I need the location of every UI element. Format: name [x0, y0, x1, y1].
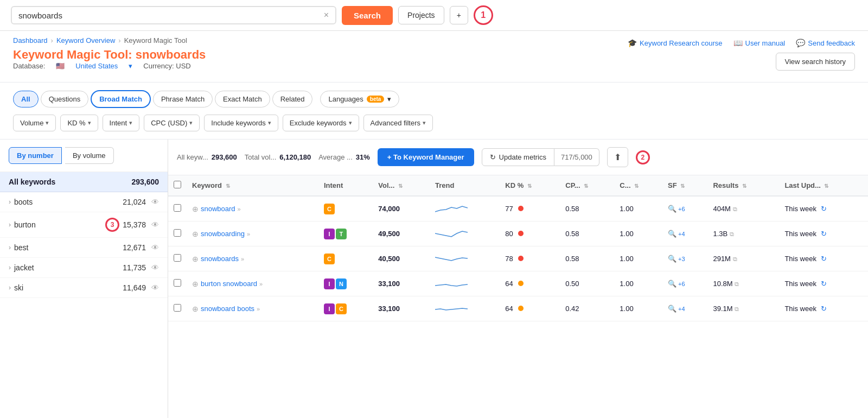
db-chevron[interactable]: ▾ — [129, 62, 132, 70]
th-keyword[interactable]: Keyword ⇅ — [187, 175, 318, 196]
row-kd: 64 — [500, 271, 560, 296]
row-checkbox[interactable] — [174, 204, 181, 212]
breadcrumb-keyword-overview[interactable]: Keyword Overview — [56, 36, 115, 45]
th-kd[interactable]: KD % ⇅ — [500, 175, 560, 196]
th-volume[interactable]: Vol... ⇅ — [373, 175, 430, 196]
breadcrumb-dashboard[interactable]: Dashboard — [13, 36, 48, 45]
filter-cpc[interactable]: CPC (USD) ▾ — [144, 115, 200, 131]
refresh-row-icon[interactable]: ↻ — [821, 280, 827, 288]
table-stats-row: All keyw... 293,600 Total vol... 6,120,1… — [168, 140, 868, 175]
keyword-link[interactable]: ⊕ snowboards » — [192, 255, 313, 263]
sidebar-eye-burton[interactable]: 👁 — [151, 220, 159, 229]
refresh-row-icon[interactable]: ↻ — [821, 255, 827, 263]
sf-value: 🔍 +6 — [668, 280, 702, 288]
breadcrumb-current: Keyword Magic Tool — [124, 36, 187, 45]
results-icon: ⧉ — [733, 256, 737, 262]
search-input[interactable] — [18, 11, 320, 20]
projects-button[interactable]: Projects — [398, 6, 444, 24]
filter-volume[interactable]: Volume ▾ — [13, 115, 56, 131]
th-trend: Trend — [430, 175, 500, 196]
th-keyword-sort: ⇅ — [226, 183, 230, 189]
filter-exclude[interactable]: Exclude keywords ▾ — [283, 115, 359, 131]
sidebar-eye-jacket[interactable]: 👁 — [151, 263, 159, 272]
filter-kd[interactable]: KD % ▾ — [60, 115, 98, 131]
row-results: 39.1M ⧉ — [707, 296, 779, 321]
tabs-row: All Questions Broad Match Phrase Match E… — [13, 90, 855, 108]
sidebar-eye-ski[interactable]: 👁 — [151, 283, 159, 292]
update-metrics-button[interactable]: ↻ Update metrics — [482, 148, 554, 166]
db-country[interactable]: United States — [75, 62, 118, 70]
row-checkbox[interactable] — [174, 254, 181, 262]
table-scroll[interactable]: Keyword ⇅ Intent Vol... ⇅ Trend — [168, 175, 868, 418]
keyword-link[interactable]: ⊕ burton snowboard » — [192, 280, 313, 288]
th-sf[interactable]: SF ⇅ — [662, 175, 707, 196]
languages-button[interactable]: Languages beta ▾ — [320, 91, 399, 107]
sidebar-item-burton[interactable]: › burton 3 15,378 👁 — [0, 212, 168, 238]
by-number-button[interactable]: By number — [9, 147, 62, 164]
tab-related[interactable]: Related — [272, 91, 313, 107]
th-results[interactable]: Results ⇅ — [707, 175, 779, 196]
th-comp-sort: ⇅ — [634, 183, 639, 189]
row-kd: 78 — [500, 246, 560, 271]
badge-1[interactable]: 1 — [474, 5, 493, 25]
sidebar-item-best[interactable]: › best 12,671 👁 — [0, 238, 168, 258]
clear-icon[interactable]: × — [324, 10, 329, 20]
export-button[interactable]: ⬆ — [607, 147, 628, 167]
sidebar-item-jacket[interactable]: › jacket 11,735 👁 — [0, 258, 168, 278]
filter-include[interactable]: Include keywords ▾ — [204, 115, 278, 131]
th-last-updated[interactable]: Last Upd... ⇅ — [779, 175, 868, 196]
intent-group: C — [324, 254, 367, 264]
sidebar-eye-best[interactable]: 👁 — [151, 243, 159, 252]
feedback-link[interactable]: 💬 Send feedback — [796, 39, 855, 47]
filter-intent-arrow: ▾ — [129, 119, 132, 126]
row-cpc: 0.42 — [560, 296, 614, 321]
filter-advanced[interactable]: Advanced filters ▾ — [363, 115, 433, 131]
select-all-checkbox[interactable] — [174, 181, 181, 188]
view-history-button[interactable]: View search history — [776, 53, 855, 71]
row-cpc: 0.58 — [560, 246, 614, 271]
tab-broad-match[interactable]: Broad Match — [91, 90, 151, 108]
row-volume: 40,500 — [373, 246, 430, 271]
row-sf: 🔍 +6 — [662, 196, 707, 221]
row-last-updated: This week ↻ — [779, 221, 868, 246]
row-checkbox[interactable] — [174, 279, 181, 287]
feedback-label: Send feedback — [808, 39, 855, 47]
tab-exact-match[interactable]: Exact Match — [215, 91, 270, 107]
sidebar-item-ski[interactable]: › ski 11,649 👁 — [0, 278, 168, 298]
refresh-row-icon[interactable]: ↻ — [821, 205, 827, 213]
export-icon: ⬆ — [614, 153, 621, 162]
intent-badge-n: N — [336, 278, 347, 289]
row-checkbox[interactable] — [174, 229, 181, 237]
tab-questions[interactable]: Questions — [41, 91, 89, 107]
row-keyword: ⊕ snowboards » — [187, 246, 318, 271]
results-icon: ⧉ — [733, 206, 737, 212]
refresh-row-icon[interactable]: ↻ — [821, 230, 827, 238]
sidebar-all-row[interactable]: All keywords 293,600 — [0, 172, 168, 192]
tab-all[interactable]: All — [13, 91, 39, 107]
row-comp: 1.00 — [614, 221, 662, 246]
sf-count: +6 — [678, 281, 685, 287]
th-cpc[interactable]: CP... ⇅ — [560, 175, 614, 196]
add-button[interactable]: + — [450, 6, 468, 24]
sidebar-count-boots: 21,024 — [123, 198, 146, 206]
db-flag: 🇺🇸 — [56, 62, 65, 70]
stat-vol-value: 6,120,180 — [279, 153, 311, 161]
keyword-link[interactable]: ⊕ snowboard » — [192, 205, 313, 213]
keyword-link[interactable]: ⊕ snowboarding » — [192, 230, 313, 238]
refresh-row-icon[interactable]: ↻ — [821, 305, 827, 313]
search-button[interactable]: Search — [342, 6, 393, 25]
row-checkbox[interactable] — [174, 304, 181, 312]
db-row: Database: 🇺🇸 United States ▾ Currency: U… — [13, 62, 206, 77]
keyword-link[interactable]: ⊕ snowboard boots » — [192, 305, 313, 313]
sidebar-item-boots[interactable]: › boots 21,024 👁 — [0, 192, 168, 212]
keyword-manager-button[interactable]: + To Keyword Manager — [378, 148, 474, 166]
row-trend — [430, 271, 500, 296]
th-comp[interactable]: C... ⇅ — [614, 175, 662, 196]
course-link[interactable]: 🎓 Keyword Research course — [628, 39, 722, 47]
filter-intent[interactable]: Intent ▾ — [103, 115, 140, 131]
sidebar-eye-boots[interactable]: 👁 — [151, 198, 159, 206]
tab-phrase-match[interactable]: Phrase Match — [153, 91, 213, 107]
manual-link[interactable]: 📖 User manual — [733, 39, 786, 47]
by-volume-button[interactable]: By volume — [65, 147, 114, 164]
row-keyword: ⊕ snowboarding » — [187, 221, 318, 246]
